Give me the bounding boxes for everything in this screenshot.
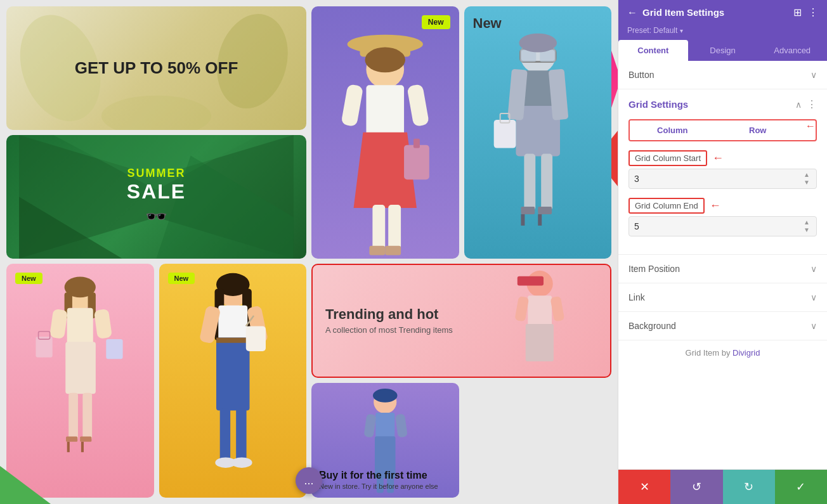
- toggle-arrow-indicator: ←: [805, 120, 816, 140]
- item-position-arrow[interactable]: ∨: [811, 264, 817, 274]
- row-toggle-btn[interactable]: Row: [715, 120, 801, 140]
- tab-advanced[interactable]: Advanced: [757, 40, 827, 61]
- svg-point-6: [365, 48, 405, 73]
- footer-link[interactable]: Divigrid: [733, 348, 760, 358]
- grid-settings-title: Grid Settings: [628, 99, 688, 110]
- svg-rect-60: [216, 337, 249, 410]
- column-end-arrow: ←: [710, 199, 721, 212]
- svg-rect-42: [67, 307, 93, 344]
- footer-text: Grid Item by: [686, 348, 733, 358]
- action-bar: ✕ ↺ ↻ ✓: [618, 469, 827, 504]
- undo-button[interactable]: ↺: [670, 470, 722, 504]
- svg-rect-13: [369, 246, 385, 255]
- column-end-input-row: ▲ ▼: [628, 216, 817, 236]
- column-start-label-row: Grid Column Start ←: [628, 150, 817, 166]
- item-position-header[interactable]: Item Position ∨: [628, 264, 817, 274]
- background-section-header[interactable]: Background ∨: [628, 321, 817, 331]
- svg-rect-12: [388, 205, 401, 249]
- link-section-header[interactable]: Link ∨: [628, 292, 817, 302]
- svg-rect-71: [517, 276, 543, 285]
- column-start-label: Grid Column Start: [628, 150, 707, 166]
- column-start-input[interactable]: [634, 174, 802, 184]
- canvas-area: GET UP TO 50% OFF New: [0, 0, 618, 504]
- button-section-header[interactable]: Button ∨: [628, 70, 817, 80]
- trending-desc: A collection of most Trending items: [325, 325, 453, 335]
- svg-rect-11: [372, 205, 385, 249]
- svg-rect-10: [407, 84, 429, 127]
- back-icon[interactable]: ←: [627, 7, 637, 18]
- panel-footer: Grid Item by Divigrid: [618, 340, 827, 365]
- model-svg-blue: [464, 6, 612, 259]
- svg-point-69: [231, 457, 252, 467]
- preset-label[interactable]: Preset: Default: [627, 26, 677, 35]
- column-end-down[interactable]: ▼: [802, 227, 811, 233]
- grid-item-promo[interactable]: GET UP TO 50% OFF: [6, 6, 306, 130]
- column-end-input[interactable]: [634, 221, 802, 231]
- grid-settings-icons: ∧ ⋮: [795, 98, 817, 110]
- column-toggle-btn[interactable]: Column: [630, 120, 715, 140]
- background-section-title: Background: [628, 321, 676, 331]
- tab-design[interactable]: Design: [688, 40, 758, 61]
- grid-settings-expand-icon[interactable]: ∧: [795, 100, 802, 110]
- svg-rect-51: [66, 436, 77, 441]
- preset-arrow[interactable]: ▾: [680, 27, 683, 34]
- redo-button[interactable]: ↻: [723, 470, 775, 504]
- preset-line: Preset: Default ▾: [618, 25, 827, 40]
- column-end-up[interactable]: ▲: [802, 219, 811, 226]
- column-start-arrow: ←: [712, 152, 724, 165]
- confirm-button[interactable]: ✓: [775, 470, 827, 504]
- panel-header-icons: ⊞ ⋮: [793, 6, 818, 18]
- svg-point-77: [373, 389, 398, 403]
- panel-header-left: ← Grid Item Settings: [627, 7, 724, 18]
- svg-rect-52: [80, 436, 91, 441]
- svg-rect-43: [65, 342, 96, 394]
- background-collapse-arrow[interactable]: ∨: [811, 321, 817, 331]
- svg-rect-48: [106, 339, 122, 359]
- grid-settings-header: Grid Settings ∧ ⋮: [628, 98, 817, 110]
- window-icon[interactable]: ⊞: [793, 6, 802, 18]
- grid-item-trending[interactable]: Trending and hot A collection of most Tr…: [311, 264, 611, 378]
- background-section: Background ∨: [618, 312, 827, 340]
- model-svg-pink: [6, 264, 154, 498]
- grid-canvas: GET UP TO 50% OFF New: [0, 0, 618, 504]
- svg-rect-73: [525, 324, 553, 361]
- column-start-up[interactable]: ▲: [802, 172, 811, 178]
- cancel-button[interactable]: ✕: [618, 470, 670, 504]
- button-collapse-arrow[interactable]: ∨: [811, 70, 817, 80]
- grid-item-purple-model[interactable]: New: [311, 6, 459, 259]
- svg-rect-44: [49, 308, 68, 339]
- grid-settings-more-icon[interactable]: ⋮: [807, 98, 817, 110]
- svg-rect-74: [514, 295, 529, 321]
- svg-point-2: [101, 96, 211, 130]
- panel-tabs: Content Design Advanced: [618, 40, 827, 61]
- grid-item-summer-sale[interactable]: SUMMER SALE 🕶️: [6, 135, 306, 259]
- svg-rect-67: [236, 408, 246, 460]
- grid-item-yellow-model[interactable]: New: [159, 264, 307, 498]
- sale-text: SALE: [127, 180, 186, 204]
- panel-body: Button ∨ Grid Settings ∧ ⋮ Column Row ←: [618, 61, 827, 469]
- tab-content[interactable]: Content: [618, 40, 688, 61]
- svg-rect-16: [413, 139, 420, 148]
- grid-item-buy[interactable]: Buy it for the first time New in store. …: [311, 383, 459, 498]
- link-collapse-arrow[interactable]: ∨: [811, 292, 817, 302]
- item-position-section: Item Position ∨: [618, 255, 827, 283]
- svg-rect-78: [375, 413, 394, 437]
- button-section-title: Button: [628, 70, 654, 80]
- float-button[interactable]: ...: [296, 467, 322, 494]
- sunglasses-icon: 🕶️: [127, 206, 186, 227]
- svg-rect-75: [550, 295, 564, 321]
- column-start-down[interactable]: ▼: [802, 179, 811, 186]
- buy-title: Buy it for the first time: [319, 470, 438, 481]
- svg-rect-28: [524, 154, 535, 210]
- column-end-spinner: ▲ ▼: [802, 219, 811, 233]
- grid-item-blue-model[interactable]: New: [464, 6, 612, 259]
- buy-desc: New in store. Try it before anyone else: [319, 482, 438, 490]
- svg-rect-14: [385, 246, 401, 255]
- more-icon[interactable]: ⋮: [808, 6, 818, 18]
- svg-point-21: [519, 34, 557, 53]
- svg-rect-50: [82, 392, 92, 439]
- grid-settings-section: Grid Settings ∧ ⋮ Column Row ← Grid Colu…: [618, 89, 827, 255]
- svg-rect-72: [528, 295, 552, 325]
- badge-new-3: New: [473, 15, 502, 32]
- grid-item-pink-model[interactable]: New: [6, 264, 154, 498]
